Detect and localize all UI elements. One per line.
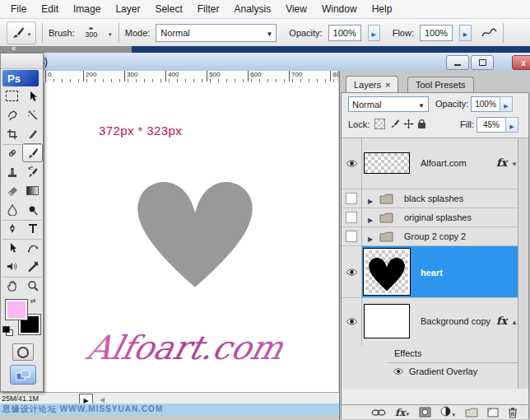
document-canvas[interactable]: 372px * 323px Alfoart.com [44,82,338,392]
palette-header[interactable] [1,54,43,69]
history-brush-tool[interactable] [22,162,43,181]
visibility-toggle[interactable] [342,138,362,189]
chevron-down-icon[interactable] [108,28,113,38]
gradient-tool[interactable] [22,181,43,200]
quick-mask-button[interactable] [12,343,34,361]
eraser-tool[interactable] [2,181,22,200]
add-layer-mask-icon[interactable] [419,407,431,418]
fx-collapse-icon[interactable] [511,316,518,326]
tab-layers[interactable]: Layers × [346,76,398,92]
menu-view[interactable]: View [278,0,314,18]
swap-colors-icon[interactable]: ⇄ [30,297,36,305]
type-tool[interactable] [22,219,43,238]
group-expand-icon[interactable] [368,195,373,205]
menu-window[interactable]: Window [314,0,365,18]
magic-wand-tool[interactable] [22,105,43,124]
menu-layer[interactable]: Layer [108,0,147,18]
clone-stamp-tool[interactable] [2,162,22,181]
layer-row-heart-selected[interactable]: heart [342,246,518,298]
menu-edit[interactable]: Edit [34,0,66,18]
group-row-black-splashes[interactable]: black splashes [342,189,518,208]
delete-layer-trash-icon[interactable] [508,407,518,418]
visibility-toggle[interactable] [342,208,362,226]
fx-expand-icon[interactable] [511,158,518,168]
group-expand-icon[interactable] [368,233,373,243]
dodge-tool[interactable] [22,200,43,219]
lock-transparency-icon[interactable] [374,119,385,129]
opacity-spinner[interactable] [368,25,380,41]
flow-input[interactable]: 100% [420,25,453,41]
slice-tool[interactable] [22,124,43,143]
effect-name[interactable]: Gradient Overlay [409,366,477,376]
layer-list-scrollbar[interactable] [518,138,528,389]
healing-brush-tool[interactable] [2,143,22,162]
brush-preset-button[interactable] [7,21,36,44]
link-layers-icon[interactable] [371,408,386,417]
panel-opacity-input[interactable]: 100% [471,96,500,112]
scroll-left-icon[interactable] [100,394,105,404]
lasso-tool[interactable] [2,105,22,124]
audio-annotation-tool[interactable] [2,257,22,276]
layer-fx-icon[interactable]: fx [496,315,507,327]
menu-image[interactable]: Image [66,0,108,18]
move-tool[interactable] [22,86,43,105]
zoom-tool[interactable] [22,276,43,295]
group-row-original-splashes[interactable]: original splashes [342,208,518,227]
collapse-dock-icon[interactable]: « [12,45,16,52]
rectangular-marquee-tool[interactable] [2,86,22,105]
foreground-color-swatch[interactable] [5,299,28,320]
hand-tool[interactable] [2,276,22,295]
visibility-toggle[interactable] [342,189,362,208]
effect-row-gradient-overlay[interactable]: Gradient Overlay [342,363,518,380]
menu-analysis[interactable]: Analysis [226,0,278,18]
layer-thumbnail[interactable] [364,304,410,338]
layer-name[interactable]: Alfoart.com [421,158,467,168]
menu-filter[interactable]: Filter [190,0,227,18]
panel-opacity-spinner[interactable] [500,96,513,112]
layer-thumbnail[interactable] [364,152,410,174]
layer-name[interactable]: Background copy [421,316,490,326]
layer-row-background-copy[interactable]: Background copy fx [342,298,518,345]
path-selection-tool[interactable] [2,238,22,257]
opacity-input[interactable]: 100% [328,25,361,41]
add-layer-style-icon[interactable]: fx [395,407,410,418]
minimize-button[interactable] [446,55,469,70]
screen-mode-button[interactable] [10,365,36,385]
crop-tool[interactable] [2,124,22,143]
tab-close-icon[interactable]: × [385,80,390,90]
rectangle-shape-tool[interactable] [22,238,43,257]
menu-file[interactable]: File [3,0,34,18]
new-adjustment-layer-icon[interactable] [440,406,456,418]
visibility-toggle[interactable] [342,298,362,345]
menu-help[interactable]: Help [365,0,400,18]
close-button[interactable]: x [512,55,530,70]
layer-row-alfoart[interactable]: Alfoart.com fx [342,138,518,189]
airbrush-icon[interactable] [481,26,497,40]
pen-tool[interactable] [2,219,22,238]
new-group-icon[interactable] [465,408,478,418]
blur-tool[interactable] [2,200,22,219]
new-layer-icon[interactable] [487,408,499,418]
lock-paint-icon[interactable] [389,119,400,129]
blend-mode-select[interactable]: Normal [348,96,429,112]
layer-name[interactable]: heart [421,268,443,278]
lock-position-icon[interactable] [403,119,414,129]
group-name[interactable]: original splashes [404,212,472,222]
lock-all-icon[interactable] [417,119,426,129]
visibility-toggle[interactable] [342,227,362,245]
menu-select[interactable]: Select [147,0,189,18]
group-expand-icon[interactable] [368,214,373,224]
fill-spinner[interactable] [505,117,518,133]
eye-icon[interactable] [393,367,404,376]
group-name[interactable]: Group 2 copy 2 [404,231,466,241]
maximize-button[interactable] [471,55,494,70]
layer-thumbnail[interactable] [364,249,410,295]
tab-tool-presets[interactable]: Tool Presets [407,77,474,92]
eyedropper-tool[interactable] [22,257,43,276]
default-colors-icon[interactable] [2,326,13,336]
brush-tool-selected[interactable] [22,143,43,162]
brush-size-picker[interactable]: 300 [81,27,102,39]
visibility-toggle[interactable] [342,246,362,297]
fill-input[interactable]: 45% [477,117,506,133]
flow-spinner[interactable] [459,25,472,41]
